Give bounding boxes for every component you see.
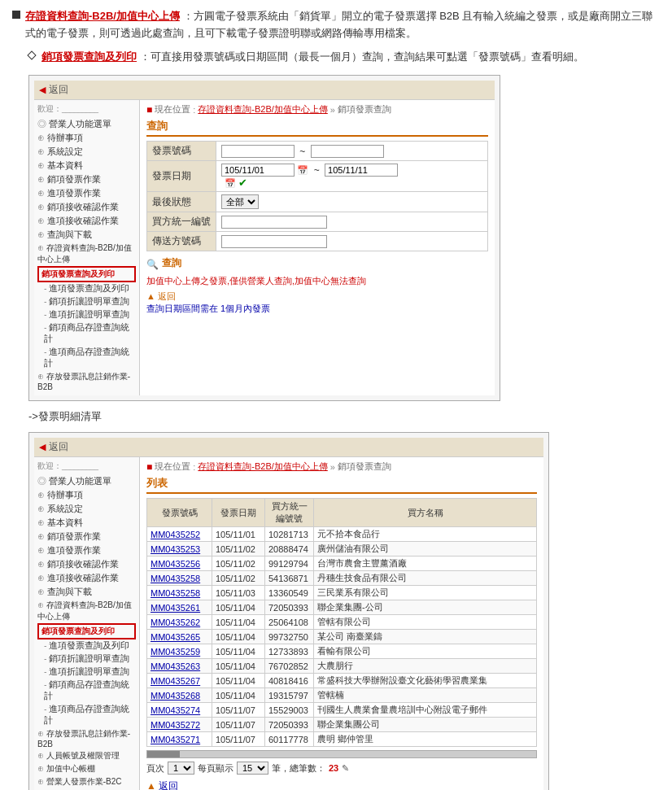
table-row[interactable]: MM0435253105/11/0220888474廣州儲油有限公司 <box>147 542 537 556</box>
sidebar-item-sales-2[interactable]: 銷項發票作業 <box>37 530 136 543</box>
sidebar-item-query-2[interactable]: 查詢與下載 <box>37 585 136 599</box>
sidebar-item-storage-1[interactable]: 存證資料查詢-B2B/加值中心上傳 <box>37 242 136 266</box>
sidebar-item-center-2[interactable]: 加值中心帳棚 <box>37 762 136 775</box>
sidebar-item-settings-2[interactable]: 系統設定 <box>37 502 136 516</box>
invoice-from-input[interactable] <box>221 145 295 158</box>
table-row[interactable]: MM0435259105/11/0412733893看輸有限公司 <box>147 644 537 659</box>
cell-invoice[interactable]: MM0435258 <box>147 571 212 586</box>
sidebar-item-purchase-goods-1[interactable]: 進項商品存證查詢統計 <box>37 346 136 370</box>
cell-invoice[interactable]: MM0435262 <box>147 615 212 630</box>
sidebar-item-cancel-2[interactable]: 存放發票訊息註銷作業-B2B <box>37 727 136 749</box>
section-title-2: 列表 <box>146 476 537 494</box>
breadcrumb-link-2[interactable]: 存證資料查詢-B2B/加值中心上傳 <box>198 460 328 473</box>
sidebar-item-basic-2[interactable]: 基本資料 <box>37 516 136 530</box>
table-row[interactable]: MM0435268105/11/0419315797管轄楠 <box>147 688 537 703</box>
cell-date: 105/11/04 <box>212 630 265 644</box>
cell-invoice[interactable]: MM0435252 <box>147 527 212 542</box>
sidebar-item-sales-print-2[interactable]: 銷項發票查詢及列印 <box>37 623 136 639</box>
calendar-icon-1[interactable]: 📅 <box>297 165 308 175</box>
date-to-input[interactable] <box>325 164 398 177</box>
page-select[interactable]: 1 <box>168 762 194 775</box>
sidebar-item-sales-1[interactable]: 銷項發票作業 <box>37 172 136 186</box>
sender-id-input[interactable] <box>221 235 327 248</box>
back-btn-link[interactable]: 返回 <box>159 780 178 790</box>
cell-buyer: 廣州儲油有限公司 <box>314 542 537 556</box>
sidebar-item-sales-print-1[interactable]: 銷項發票查詢及列印 <box>37 266 136 282</box>
form-field-date: 📅 ~ 📅 ✔ <box>216 161 488 192</box>
table-row[interactable]: MM0435274105/11/0715529003刊國生人農業會量農培訓中心附… <box>147 703 537 718</box>
main-bullet-text: 存證資料查詢-B2B/加值中心上傳 ：方圓電子發票系統由「銷貨單」開立的電子發票… <box>25 8 660 42</box>
buyer-id-input[interactable] <box>221 216 327 229</box>
sidebar-item-account-2[interactable]: 人員帳號及權限管理 <box>37 749 136 762</box>
sidebar-item-query-1[interactable]: 查詢與下載 <box>37 228 136 242</box>
cell-buyer: 聯企業集團公司 <box>314 718 537 732</box>
invoice-to-input[interactable] <box>311 145 384 158</box>
table-row[interactable]: MM0435271105/11/0760117778農明 鄉仲管里 <box>147 732 537 747</box>
edit-pencil-icon[interactable]: ✎ <box>342 763 349 774</box>
scrollbar[interactable] <box>146 750 537 758</box>
th-date: 發票日期 <box>212 499 265 527</box>
sidebar-item-purchase-confirm-1[interactable]: 進項接收確認作業 <box>37 214 136 228</box>
sidebar-item-sales-goods-2[interactable]: 銷項商品存證查詢統計 <box>37 679 136 703</box>
breadcrumb-link-1[interactable]: 存證資料查詢-B2B/加值中心上傳 <box>198 103 328 116</box>
cell-invoice[interactable]: MM0435258 <box>147 586 212 600</box>
sidebar-item-basic-1[interactable]: 基本資料 <box>37 159 136 172</box>
cell-buyer: 丹穗生技食品有限公司 <box>314 571 537 586</box>
sidebar-item-purchase-allowance-1[interactable]: 進項折讓證明單查詢 <box>37 308 136 321</box>
status-select[interactable]: 全部 <box>221 194 259 209</box>
cell-invoice[interactable]: MM0435261 <box>147 600 212 615</box>
table-row[interactable]: MM0435258105/11/0254136871丹穗生技食品有限公司 <box>147 571 537 586</box>
sidebar-item-cancel-1[interactable]: 存放發票訊息註銷作業-B2B <box>37 370 136 392</box>
sidebar-item-sales-allowance-2[interactable]: 銷項折讓證明單查詢 <box>37 653 136 666</box>
table-row[interactable]: MM0435261105/11/0472050393聯企業集團-公司 <box>147 600 537 615</box>
sidebar-welcome-2: 歡迎：_________ <box>37 460 136 472</box>
sidebar-item-settings-1[interactable]: 系統設定 <box>37 145 136 159</box>
table-row[interactable]: MM0435258105/11/0313360549三民業系有限公司 <box>147 586 537 600</box>
cell-invoice[interactable]: MM0435271 <box>147 732 212 747</box>
check-icon[interactable]: ✔ <box>238 177 247 189</box>
cell-random: 99732750 <box>265 630 314 644</box>
form-field-buyer <box>216 212 488 232</box>
sidebar-item-pending-2[interactable]: 待辦事項 <box>37 488 136 502</box>
table-row[interactable]: MM0435263105/11/0476702852大農朋行 <box>147 659 537 674</box>
cell-invoice[interactable]: MM0435256 <box>147 556 212 571</box>
cell-invoice[interactable]: MM0435253 <box>147 542 212 556</box>
sidebar-item-purchase-confirm-2[interactable]: 進項接收確認作業 <box>37 571 136 585</box>
cell-invoice[interactable]: MM0435272 <box>147 718 212 732</box>
cell-invoice[interactable]: MM0435267 <box>147 674 212 688</box>
sidebar-item-purchase-goods-2[interactable]: 進項商品存證查詢統計 <box>37 703 136 727</box>
cell-invoice[interactable]: MM0435274 <box>147 703 212 718</box>
cell-random: 13360549 <box>265 586 314 600</box>
sidebar-item-storage-2[interactable]: 存證資料查詢-B2B/加值中心上傳 <box>37 599 136 623</box>
calendar-icon-2[interactable]: 📅 <box>225 178 236 188</box>
cell-invoice[interactable]: MM0435263 <box>147 659 212 674</box>
table-row[interactable]: MM0435256105/11/0299129794台灣市農會主豐薰酒廠 <box>147 556 537 571</box>
sidebar-item-menu-2[interactable]: 營業人功能選單 <box>37 474 136 488</box>
cell-invoice[interactable]: MM0435259 <box>147 644 212 659</box>
sidebar-item-b2c-2[interactable]: 營業人發票作業-B2C <box>37 775 136 788</box>
table-row[interactable]: MM0435262105/11/0425064108管轄有限公司 <box>147 615 537 630</box>
sidebar-item-sales-confirm-1[interactable]: 銷項接收確認作業 <box>37 200 136 214</box>
cell-invoice[interactable]: MM0435268 <box>147 688 212 703</box>
sidebar-item-sales-allowance-1[interactable]: 銷項折讓證明單查詢 <box>37 295 136 308</box>
per-page-select[interactable]: 15 <box>237 762 268 775</box>
sidebar-item-menu-1[interactable]: 營業人功能選單 <box>37 117 136 131</box>
sidebar-item-sales-goods-1[interactable]: 銷項商品存證查詢統計 <box>37 321 136 346</box>
table-row[interactable]: MM0435272105/11/0772050393聯企業集團公司 <box>147 718 537 732</box>
table-row[interactable]: MM0435265105/11/0499732750某公司 南臺業鑄 <box>147 630 537 644</box>
sidebar-item-purchase-print-2[interactable]: 進項發票查詢及列印 <box>37 639 136 653</box>
sidebar-item-purchase-allowance-2[interactable]: 進項折讓證明單查詢 <box>37 666 136 679</box>
table-row[interactable]: MM0435267105/11/0440818416常盛科技大學辦附設臺文化藝術… <box>147 674 537 688</box>
cell-date: 105/11/04 <box>212 688 265 703</box>
date-from-input[interactable] <box>221 164 295 177</box>
scrollbar-thumb[interactable] <box>147 751 180 757</box>
sidebar-item-sales-confirm-2[interactable]: 銷項接收確認作業 <box>37 557 136 571</box>
sidebar-item-purchase-print-1[interactable]: 進項發票查詢及列印 <box>37 282 136 295</box>
cell-invoice[interactable]: MM0435265 <box>147 630 212 644</box>
table-row[interactable]: MM0435252105/11/0110281713元不拾本食品行 <box>147 527 537 542</box>
frame-body-2: 歡迎：_________ 營業人功能選單 待辦事項 系統設定 基本資料 銷項發票… <box>34 457 543 790</box>
sidebar-item-purchase-1[interactable]: 進項發票作業 <box>37 186 136 200</box>
sidebar-item-pending-1[interactable]: 待辦事項 <box>37 131 136 145</box>
cell-random: 20888474 <box>265 542 314 556</box>
sidebar-item-purchase-2[interactable]: 進項發票作業 <box>37 543 136 557</box>
